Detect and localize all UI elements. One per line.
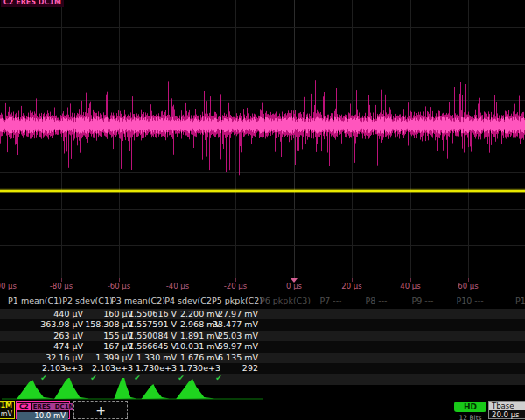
param-cell: 2.103e+3	[42, 363, 83, 374]
c2-channel-badge: C2	[18, 403, 31, 410]
param-header-p4[interactable]: P4 sdev(C2)	[164, 296, 214, 305]
param-cell: 1.730e+3	[136, 363, 177, 374]
param-header-disabled[interactable]: P1	[515, 296, 525, 305]
waveform-grid: C2 ERES DC1M	[0, 0, 525, 278]
time-axis-label: -80 µs	[50, 282, 73, 290]
time-axis-label: -20 µs	[224, 282, 247, 290]
param-cell: 1.676 mV	[180, 353, 220, 363]
param-cell: 25.03 mV	[218, 331, 258, 341]
time-axis-label: -100 µs	[0, 282, 17, 290]
param-cell: 6.135 mV	[218, 353, 258, 363]
c2-trace-annotation: C2 ERES DC1M	[1, 0, 64, 7]
time-axis-label: -40 µs	[166, 282, 189, 290]
time-axis-label: 60 µs	[458, 282, 478, 290]
timebase-value: 20.0 µs	[489, 410, 525, 419]
param-cell: 1.550616 V	[129, 309, 177, 319]
c2-eres-badge: ERES	[32, 403, 52, 410]
param-cell: 1.566645 V	[129, 341, 177, 352]
param-cell: 292	[242, 363, 258, 374]
param-cell: 59.97 mV	[218, 341, 258, 352]
trigger-position-marker	[290, 278, 298, 283]
param-header-p1[interactable]: P1 mean(C1)	[8, 296, 62, 305]
param-cell: 27.97 mV	[218, 309, 258, 319]
oscilloscope-screen: C2 ERES DC1M -100 µs-80 µs-60 µs-40 µs-2…	[0, 0, 525, 420]
param-header-disabled[interactable]: P6 pkpk(C3)	[260, 296, 311, 305]
param-header-p5[interactable]: P5 pkpk(C2)	[212, 296, 262, 305]
param-cell: 474 µV	[53, 341, 83, 352]
histicon-peak	[176, 379, 214, 399]
param-header-p3[interactable]: P3 mean(C2)	[111, 296, 165, 305]
param-cell: 1.550084 V	[129, 331, 177, 341]
param-header-disabled[interactable]: P8 ---	[365, 296, 387, 305]
param-cell: 440 µV	[53, 309, 83, 319]
c1-descriptor-box[interactable]: DC1M 0 mV	[0, 401, 15, 419]
param-cell: 363.98 µV	[40, 319, 83, 330]
timebase-label: Tbase	[489, 402, 525, 410]
histicon-peak	[142, 384, 170, 399]
param-cell: 263 µV	[53, 331, 83, 341]
param-cell: 2.103e+3	[92, 363, 133, 374]
c2-descriptor-box[interactable]: C2 ERES DC1M 10.0 mV	[16, 401, 70, 419]
time-axis-label: 40 µs	[400, 282, 420, 290]
param-cell: 158.308 µV	[85, 319, 133, 330]
time-axis-label: 20 µs	[341, 282, 361, 290]
add-trace-button[interactable]: +	[74, 401, 128, 419]
time-axis-label: 0 µs	[286, 282, 302, 290]
c1-vdiv-value: 0 mV	[0, 410, 14, 419]
timebase-descriptor-box[interactable]: Tbase 20.0 µs	[488, 401, 525, 419]
hd-mode-badge[interactable]: HD	[454, 402, 486, 412]
histicon-peak	[54, 378, 89, 399]
param-header-p2[interactable]: P2 sdev(C1)	[62, 296, 112, 305]
param-cell: 10.031 mV	[175, 341, 220, 352]
param-cell: 1.399 µV	[95, 353, 133, 363]
param-header-disabled[interactable]: P7 ---	[319, 296, 341, 305]
c2-vdiv-value: 10.0 mV	[18, 412, 68, 420]
param-cell: 1.891 mV	[180, 331, 220, 341]
param-cell: 33.477 mV	[213, 319, 258, 330]
time-axis: -100 µs-80 µs-60 µs-40 µs-20 µs0 µs20 µs…	[0, 278, 525, 292]
c1-coupling-label: DC1M	[0, 402, 14, 410]
param-header-disabled[interactable]: P9 ---	[411, 296, 433, 305]
histicon-peak	[114, 378, 136, 399]
param-cell: 1.730e+3	[179, 363, 220, 374]
param-cell: 1.330 mV	[136, 353, 177, 363]
measure-table: P1 mean(C1)440 µV363.98 µV263 µV474 µV32…	[0, 296, 525, 380]
time-axis-label: -60 µs	[108, 282, 130, 290]
param-cell: 32.16 µV	[46, 353, 83, 363]
histicon-strip	[0, 378, 525, 401]
waveform-traces	[0, 0, 525, 278]
param-cell: 2.200 mV	[180, 309, 220, 319]
param-header-disabled[interactable]: P10 ---	[456, 296, 483, 305]
histicon-peak	[17, 380, 53, 399]
param-cell: 1.557591 V	[129, 319, 177, 330]
hd-bits-label: 12 Bits	[454, 414, 486, 420]
bottom-bar: DC1M 0 mV C2 ERES DC1M 10.0 mV + HD 12 B…	[0, 401, 525, 420]
